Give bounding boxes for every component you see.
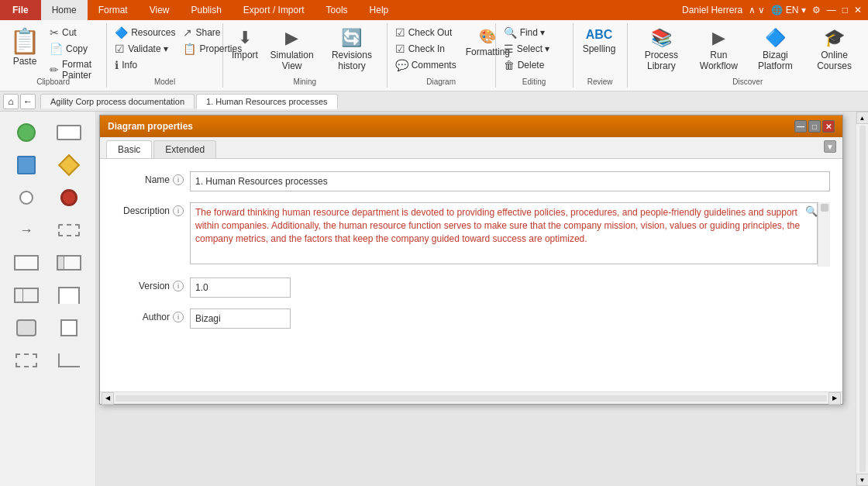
expand-icon[interactable]: ∧ ∨ [749, 5, 765, 16]
author-input[interactable] [190, 308, 291, 329]
dialog-tab-basic[interactable]: Basic [106, 140, 152, 158]
shape-doc[interactable] [50, 281, 90, 310]
shape-sequence-flow[interactable]: → [6, 215, 46, 245]
dialog-dropdown-icon[interactable]: ▼ [824, 140, 836, 153]
description-textarea[interactable]: The forward thinking human resource depa… [190, 202, 818, 264]
shape-task[interactable] [50, 118, 90, 147]
minimize-icon[interactable]: — [827, 5, 836, 16]
spelling-button[interactable]: ABC Spelling [578, 25, 621, 57]
cut-button[interactable]: ✂ Cut [46, 25, 102, 40]
shape-dotted-seq[interactable] [50, 215, 90, 245]
author-info-icon[interactable]: i [173, 312, 184, 322]
checkin-label: Check In [408, 43, 445, 54]
dialog-title-text: Diagram properties [108, 121, 193, 132]
end-event-shape [60, 189, 78, 206]
settings-icon[interactable]: ⚙ [812, 5, 821, 16]
author-field: Author i [112, 308, 830, 329]
ribbon-tabs: Home Format View Publish Export / Import… [41, 0, 400, 20]
run-workflow-button[interactable]: ▶ Run Workflow [692, 25, 746, 74]
tab-tools[interactable]: Tools [315, 0, 359, 20]
vertical-scrollbar[interactable]: ▲ ▼ [856, 112, 868, 486]
shape-db[interactable] [6, 313, 46, 343]
share-icon: ↗ [183, 26, 192, 39]
comments-icon: 💬 [395, 59, 408, 71]
revisions-icon: 🔄 [341, 28, 362, 48]
online-courses-icon: 🎓 [824, 28, 845, 48]
version-input[interactable] [190, 277, 291, 298]
select-icon: ☰ [504, 43, 514, 55]
tab-hr-processes[interactable]: 1. Human Resources processes [196, 94, 338, 109]
scroll-track[interactable] [115, 395, 827, 402]
copy-button[interactable]: 📄 Copy [46, 41, 102, 57]
version-info-icon[interactable]: i [173, 281, 184, 291]
gateway-shape [58, 154, 80, 176]
online-courses-button[interactable]: 🎓 Online Courses [805, 25, 863, 74]
description-scrollbar[interactable] [818, 202, 830, 267]
vscroll-up-button[interactable]: ▲ [856, 112, 869, 124]
mining-label: Mining [223, 78, 387, 86]
shape-dotted2[interactable] [6, 346, 46, 375]
shape-gateway[interactable] [50, 150, 90, 180]
select-button[interactable]: ☰ Select ▾ [501, 41, 553, 57]
diagram-canvas[interactable]: Diagram properties — □ ✕ Basic Extended … [96, 112, 856, 486]
tab-export[interactable]: Export / Import [232, 0, 315, 20]
checkin-button[interactable]: ☑ Check In [392, 41, 460, 57]
vscroll-down-button[interactable]: ▼ [856, 474, 869, 486]
tab-back-button[interactable]: ← [20, 94, 36, 109]
shape-subprocess[interactable] [6, 150, 46, 180]
description-info-icon[interactable]: i [173, 205, 184, 216]
tab-help[interactable]: Help [359, 0, 400, 20]
lang-selector[interactable]: 🌐 EN ▾ [771, 5, 805, 16]
resources-button[interactable]: 🔷 Resources [112, 25, 178, 40]
scroll-right-button[interactable]: ▶ [828, 392, 841, 405]
comments-button[interactable]: 💬 Comments [392, 57, 460, 73]
delete-icon: 🗑 [504, 59, 515, 71]
info-button[interactable]: ℹ Info [112, 57, 178, 73]
dialog-horizontal-scrollbar[interactable]: ◀ ▶ [100, 391, 842, 404]
checkout-button[interactable]: ☑ Check Out [392, 25, 460, 40]
shape-start-event[interactable] [6, 118, 46, 147]
tab-publish[interactable]: Publish [181, 0, 232, 20]
checkout-icon: ☑ [395, 26, 405, 39]
delete-button[interactable]: 🗑 Delete [501, 57, 553, 73]
tab-format[interactable]: Format [88, 0, 139, 20]
revisions-button[interactable]: 🔄 Revisions history [322, 25, 381, 74]
user-info: Daniel Herrera ∧ ∨ 🌐 EN ▾ ⚙ — □ ✕ [682, 5, 868, 16]
checkin-icon: ☑ [395, 43, 405, 55]
process-library-button[interactable]: 📚 Process Library [632, 25, 691, 74]
tab-view[interactable]: View [139, 0, 181, 20]
simulation-button[interactable]: ▶ Simulation View [264, 25, 320, 74]
shape-end-event[interactable] [50, 183, 90, 212]
name-info-icon[interactable]: i [173, 174, 184, 185]
vscroll-track[interactable] [859, 126, 866, 472]
shape-arrow-seq[interactable] [6, 183, 46, 212]
shape-pool-h[interactable] [50, 248, 90, 277]
tab-agility-corp[interactable]: Agility Corp process documentation [40, 94, 195, 109]
shape-corner[interactable] [50, 346, 90, 375]
dialog-minimize-button[interactable]: — [794, 120, 807, 133]
maximize-icon[interactable]: □ [842, 5, 848, 16]
dialog-maximize-button[interactable]: □ [808, 120, 821, 133]
dialog-close-button[interactable]: ✕ [822, 120, 835, 133]
name-input[interactable] [190, 171, 830, 191]
tab-home-icon[interactable]: ⌂ [3, 94, 19, 109]
validate-icon: ☑ [115, 43, 125, 55]
diagram-properties-dialog: Diagram properties — □ ✕ Basic Extended … [99, 115, 843, 405]
shape-sq[interactable] [50, 313, 90, 343]
shape-pool[interactable] [6, 248, 46, 277]
ribbon-group-review: ABC Spelling Review [574, 23, 628, 88]
file-menu[interactable]: File [0, 0, 41, 20]
shape-lane-item[interactable] [6, 281, 46, 310]
paste-button[interactable]: 📋 Paste [5, 25, 45, 68]
description-search-button[interactable]: 🔍 [805, 205, 818, 217]
main-layout: → [0, 112, 868, 486]
find-button[interactable]: 🔍 Find ▾ [501, 25, 553, 40]
scroll-left-button[interactable]: ◀ [102, 392, 114, 405]
dialog-tab-extended[interactable]: Extended [153, 140, 216, 158]
validate-button[interactable]: ☑ Validate ▾ [112, 41, 178, 57]
import-button[interactable]: ⬇ Import [228, 25, 262, 64]
bizagi-platform-button[interactable]: 🔷 Bizagi Platform [747, 25, 804, 74]
close-icon[interactable]: ✕ [854, 5, 862, 16]
find-icon: 🔍 [504, 26, 517, 39]
tab-home[interactable]: Home [41, 0, 88, 20]
